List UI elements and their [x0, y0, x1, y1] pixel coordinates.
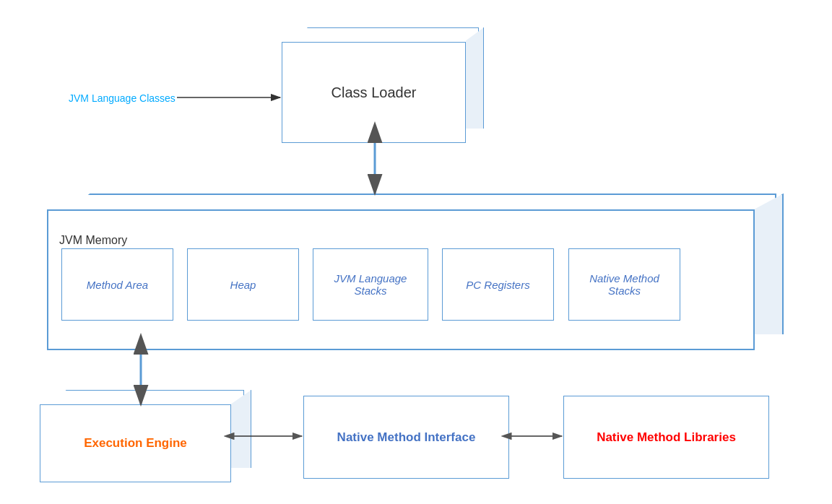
class-loader-front: Class Loader: [282, 42, 466, 143]
native-method-stacks-label: Native MethodStacks: [589, 272, 659, 297]
native-method-libraries-box: Native Method Libraries: [563, 396, 769, 479]
jvm-memory-front: JVM Memory Method Area Heap JVM Language…: [47, 209, 755, 350]
pc-registers-label: PC Registers: [466, 279, 529, 291]
jvm-language-stacks-box: JVM LanguageStacks: [313, 248, 428, 321]
class-loader-3d: Class Loader: [282, 27, 484, 139]
jvm-memory-label: JVM Memory: [59, 234, 127, 247]
native-method-libraries-label: Native Method Libraries: [597, 430, 736, 445]
jvm-memory-side: [755, 194, 784, 334]
jvm-memory-top: [69, 194, 776, 209]
class-loader-side: [466, 27, 484, 129]
class-loader-top: [295, 27, 479, 42]
exec-engine-top: [53, 390, 244, 404]
execution-engine-3d: Execution Engine: [40, 390, 253, 484]
class-loader-label: Class Loader: [332, 84, 417, 101]
jvm-memory-3d: JVM Memory Method Area Heap JVM Language…: [47, 194, 784, 352]
jvm-language-stacks-label: JVM LanguageStacks: [334, 272, 407, 297]
heap-box: Heap: [187, 248, 299, 321]
jvm-language-classes-label: JVM Language Classes: [69, 92, 176, 104]
native-method-interface-label: Native Method Interface: [337, 430, 476, 445]
method-area-label: Method Area: [87, 279, 148, 291]
pc-registers-box: PC Registers: [442, 248, 554, 321]
method-area-box: Method Area: [61, 248, 173, 321]
jvm-diagram: JVM Language Classes Class Loader JVM Me…: [0, 0, 832, 504]
heap-label: Heap: [230, 279, 256, 291]
execution-engine-label: Execution Engine: [84, 436, 187, 451]
native-method-interface-box: Native Method Interface: [303, 396, 509, 479]
native-method-stacks-box: Native MethodStacks: [568, 248, 680, 321]
exec-engine-front: Execution Engine: [40, 404, 231, 482]
